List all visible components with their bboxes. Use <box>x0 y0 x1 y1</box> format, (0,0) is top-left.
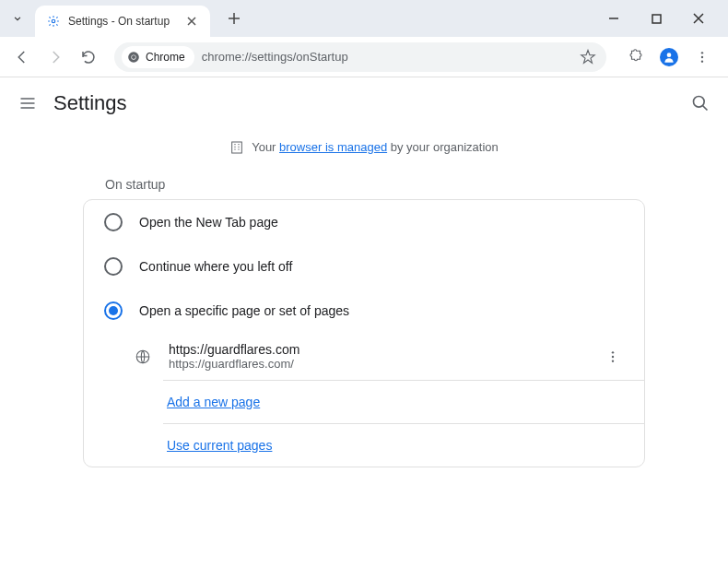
radio-specific-pages[interactable]: Open a specific page or set of pages <box>84 289 644 333</box>
search-settings-button[interactable] <box>691 94 710 112</box>
radio-icon <box>104 257 123 276</box>
search-icon <box>691 94 710 112</box>
minimize-icon <box>608 13 619 24</box>
extensions-button[interactable] <box>621 42 651 72</box>
svg-point-13 <box>612 355 614 357</box>
startup-page-row: https://guardflares.com https://guardfla… <box>113 333 644 380</box>
svg-point-14 <box>612 360 614 361</box>
menu-toggle-button[interactable] <box>18 94 37 112</box>
url-text: chrome://settings/onStartup <box>202 50 348 64</box>
maximize-icon <box>652 14 662 24</box>
svg-rect-1 <box>652 15 661 23</box>
minimize-button[interactable] <box>601 6 627 31</box>
profile-button[interactable] <box>654 42 684 72</box>
tab-close-button[interactable] <box>184 14 199 29</box>
tab-search-button[interactable] <box>4 5 31 32</box>
radio-icon <box>104 213 123 231</box>
svg-point-12 <box>612 351 614 353</box>
use-current-link[interactable]: Use current pages <box>167 438 272 453</box>
startup-page-title: https://guardflares.com <box>169 342 585 357</box>
startup-page-url: https://guardflares.com/ <box>169 357 585 371</box>
star-icon <box>580 49 596 65</box>
svg-point-7 <box>701 55 703 57</box>
svg-point-6 <box>701 52 703 53</box>
tab-title: Settings - On startup <box>68 15 177 28</box>
settings-header: Settings <box>0 77 728 129</box>
close-icon <box>693 13 704 24</box>
building-icon <box>229 140 244 155</box>
profile-avatar-icon <box>660 48 678 66</box>
nav-back-button[interactable] <box>7 42 37 72</box>
radio-new-tab[interactable]: Open the New Tab page <box>84 200 644 244</box>
reload-button[interactable] <box>74 42 103 72</box>
badge-label: Chrome <box>146 51 185 64</box>
hamburger-icon <box>18 94 37 112</box>
new-tab-button[interactable] <box>221 6 247 31</box>
add-page-link[interactable]: Add a new page <box>167 395 260 409</box>
vertical-dots-icon <box>605 349 620 364</box>
chrome-badge: Chrome <box>122 46 194 68</box>
svg-point-5 <box>667 53 672 57</box>
puzzle-icon <box>628 49 644 65</box>
address-bar[interactable]: Chrome chrome://settings/onStartup <box>114 42 606 72</box>
page-more-button[interactable] <box>602 346 624 368</box>
vertical-dots-icon <box>695 50 710 65</box>
bookmark-button[interactable] <box>577 46 599 68</box>
arrow-right-icon <box>47 49 64 65</box>
managed-link[interactable]: browser is managed <box>279 140 387 154</box>
chrome-icon <box>127 51 140 64</box>
radio-label: Continue where you left off <box>139 259 292 274</box>
svg-point-9 <box>694 97 705 108</box>
svg-point-8 <box>701 60 703 62</box>
radio-continue[interactable]: Continue where you left off <box>84 244 644 289</box>
plus-icon <box>228 12 241 25</box>
add-page-row: Add a new page <box>113 381 644 423</box>
use-current-row: Use current pages <box>113 424 644 467</box>
svg-point-0 <box>52 19 55 23</box>
radio-icon <box>104 301 123 320</box>
browser-toolbar: Chrome chrome://settings/onStartup <box>0 37 728 77</box>
close-icon <box>187 17 196 26</box>
section-label: On startup <box>83 166 645 199</box>
gear-icon <box>46 14 61 29</box>
svg-rect-10 <box>232 142 242 153</box>
page-title: Settings <box>53 91 675 115</box>
reload-icon <box>80 49 97 65</box>
globe-icon <box>134 348 152 366</box>
radio-label: Open the New Tab page <box>139 215 278 230</box>
radio-label: Open a specific page or set of pages <box>139 303 349 318</box>
browser-tab[interactable]: Settings - On startup <box>35 6 210 37</box>
svg-point-4 <box>132 54 135 58</box>
arrow-left-icon <box>14 49 30 65</box>
startup-card: Open the New Tab page Continue where you… <box>83 199 645 467</box>
close-window-button[interactable] <box>686 6 711 31</box>
maximize-button[interactable] <box>643 6 669 31</box>
menu-button[interactable] <box>687 42 717 72</box>
window-titlebar: Settings - On startup <box>0 0 728 37</box>
managed-notice: Your browser is managed by your organiza… <box>0 129 728 166</box>
managed-prefix: Your <box>252 140 279 154</box>
nav-forward-button[interactable] <box>41 42 70 72</box>
chevron-down-icon <box>11 12 24 25</box>
managed-suffix: by your organization <box>387 140 499 154</box>
